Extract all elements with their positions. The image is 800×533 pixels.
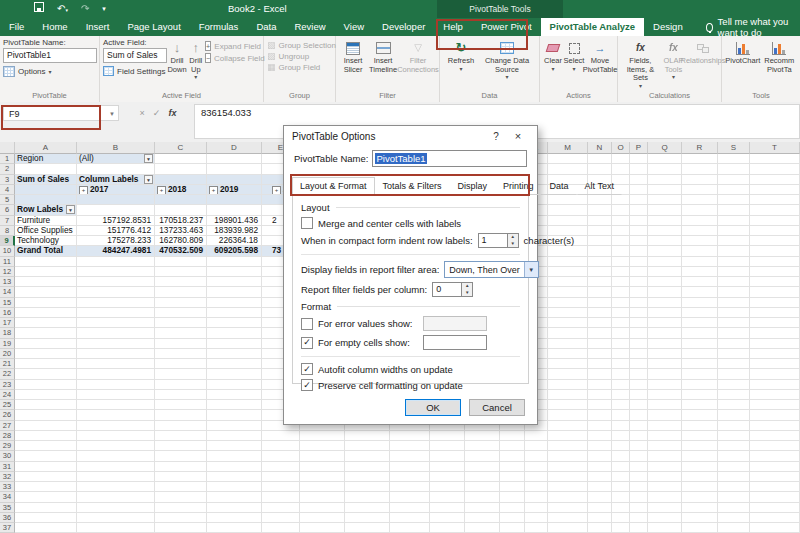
cell-N19[interactable] — [588, 339, 612, 349]
cell-A26[interactable] — [15, 410, 77, 420]
cell-E33[interactable] — [262, 482, 300, 492]
cell-G30[interactable] — [345, 451, 390, 461]
cell-Q3[interactable] — [648, 175, 682, 185]
cell-N31[interactable] — [588, 462, 612, 472]
cell-C1[interactable] — [155, 154, 207, 164]
cell-M31[interactable] — [548, 462, 588, 472]
cell-J34[interactable] — [465, 492, 500, 502]
merge-cells-checkbox[interactable] — [301, 217, 313, 229]
cell-K32[interactable] — [500, 472, 525, 482]
cell-D13[interactable] — [207, 277, 262, 287]
cell-M15[interactable] — [548, 298, 588, 308]
cell-K29[interactable] — [500, 441, 525, 451]
cell-R13[interactable] — [682, 277, 718, 287]
cell-R31[interactable] — [682, 462, 718, 472]
cell-B18[interactable] — [77, 328, 155, 338]
cell-C2[interactable] — [155, 164, 207, 174]
cell-T27[interactable] — [750, 421, 800, 431]
cell-T4[interactable] — [750, 185, 800, 195]
cell-O30[interactable] — [612, 451, 630, 461]
cell-F34[interactable] — [300, 492, 345, 502]
cell-G37[interactable] — [345, 523, 390, 533]
tab-developer[interactable]: Developer — [373, 18, 434, 36]
cell-T16[interactable] — [750, 308, 800, 318]
cell-N34[interactable] — [588, 492, 612, 502]
cell-R8[interactable] — [682, 226, 718, 236]
cell-M14[interactable] — [548, 287, 588, 297]
cell-A29[interactable] — [15, 441, 77, 451]
cell-P28[interactable] — [630, 431, 648, 441]
cell-O31[interactable] — [612, 462, 630, 472]
cell-T5[interactable] — [750, 195, 800, 205]
cell-A30[interactable] — [15, 451, 77, 461]
cell-P35[interactable] — [630, 503, 648, 513]
cell-O28[interactable] — [612, 431, 630, 441]
cell-C4[interactable]: +2018 — [155, 185, 207, 195]
cell-M29[interactable] — [548, 441, 588, 451]
cell-M1[interactable] — [548, 154, 588, 164]
tab-help[interactable]: Help — [434, 18, 472, 36]
cell-L35[interactable] — [525, 503, 548, 513]
cell-A5[interactable] — [15, 195, 77, 205]
cell-H33[interactable] — [390, 482, 430, 492]
cell-T25[interactable] — [750, 400, 800, 410]
cell-M7[interactable] — [548, 216, 588, 226]
cell-O8[interactable] — [612, 226, 630, 236]
row-header-10[interactable]: 10 — [0, 246, 15, 256]
cell-R12[interactable] — [682, 267, 718, 277]
cell-L37[interactable] — [525, 523, 548, 533]
cell-Q4[interactable] — [648, 185, 682, 195]
cell-C27[interactable] — [155, 421, 207, 431]
cell-O29[interactable] — [612, 441, 630, 451]
cell-P18[interactable] — [630, 328, 648, 338]
cell-Q34[interactable] — [648, 492, 682, 502]
cell-S11[interactable] — [718, 257, 750, 267]
row-header-3[interactable]: 3 — [0, 175, 15, 185]
cell-A13[interactable] — [15, 277, 77, 287]
cell-J28[interactable] — [465, 431, 500, 441]
cell-M26[interactable] — [548, 410, 588, 420]
cell-D14[interactable] — [207, 287, 262, 297]
cell-P8[interactable] — [630, 226, 648, 236]
cell-P23[interactable] — [630, 380, 648, 390]
cell-N22[interactable] — [588, 369, 612, 379]
cell-N26[interactable] — [588, 410, 612, 420]
cell-T19[interactable] — [750, 339, 800, 349]
cell-B2[interactable] — [77, 164, 155, 174]
cell-D25[interactable] — [207, 400, 262, 410]
cell-B23[interactable] — [77, 380, 155, 390]
cell-N36[interactable] — [588, 513, 612, 523]
active-field-input[interactable]: Sum of Sales — [103, 48, 167, 63]
cell-C5[interactable] — [155, 195, 207, 205]
empty-cells-input[interactable] — [423, 335, 487, 350]
cell-K28[interactable] — [500, 431, 525, 441]
row-header-35[interactable]: 35 — [0, 503, 15, 513]
cell-J31[interactable] — [465, 462, 500, 472]
cell-D17[interactable] — [207, 318, 262, 328]
row-header-36[interactable]: 36 — [0, 513, 15, 523]
cell-M37[interactable] — [548, 523, 588, 533]
cell-R32[interactable] — [682, 472, 718, 482]
cell-P20[interactable] — [630, 349, 648, 359]
cell-N17[interactable] — [588, 318, 612, 328]
cell-D11[interactable] — [207, 257, 262, 267]
cell-Q2[interactable] — [648, 164, 682, 174]
row-header-11[interactable]: 11 — [0, 257, 15, 267]
cell-B29[interactable] — [77, 441, 155, 451]
dialog-tab-printing[interactable]: Printing — [495, 177, 542, 195]
fields-per-column-spinner[interactable]: 0 ▲▼ — [432, 282, 473, 297]
row-header-4[interactable]: 4 — [0, 185, 15, 195]
cell-L36[interactable] — [525, 513, 548, 523]
cell-I29[interactable] — [430, 441, 465, 451]
cell-F31[interactable] — [300, 462, 345, 472]
tab-design[interactable]: Design — [644, 18, 692, 36]
cell-C7[interactable]: 170518.237 — [155, 216, 207, 226]
cell-Q10[interactable] — [648, 246, 682, 256]
cell-O14[interactable] — [612, 287, 630, 297]
cancel-entry-icon[interactable]: × — [140, 108, 145, 118]
cell-Q19[interactable] — [648, 339, 682, 349]
cell-K30[interactable] — [500, 451, 525, 461]
cell-P37[interactable] — [630, 523, 648, 533]
cell-D23[interactable] — [207, 380, 262, 390]
cell-M18[interactable] — [548, 328, 588, 338]
